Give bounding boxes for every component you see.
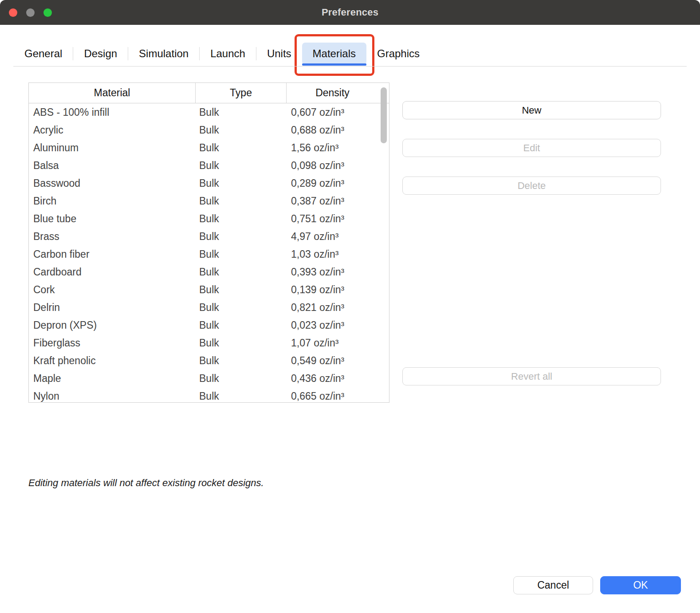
cell-type: Bulk [196, 316, 287, 334]
cell-type: Bulk [196, 210, 287, 228]
cell-material: Basswood [29, 174, 196, 192]
table-row[interactable]: Depron (XPS)Bulk0,023 oz/in³ [29, 316, 389, 334]
cell-density: 0,688 oz/in³ [287, 121, 378, 139]
cell-material: ABS - 100% infill [29, 103, 196, 121]
tab-label: Launch [210, 47, 245, 60]
cell-type: Bulk [196, 103, 287, 121]
cell-type: Bulk [196, 139, 287, 157]
table-row[interactable]: BalsaBulk0,098 oz/in³ [29, 157, 389, 174]
cell-type: Bulk [196, 334, 287, 352]
table-row[interactable]: DelrinBulk0,821 oz/in³ [29, 299, 389, 316]
cell-material: Nylon [29, 387, 196, 403]
cell-type: Bulk [196, 369, 287, 387]
cell-material: Kraft phenolic [29, 352, 196, 369]
table-header-row: Material Type Density [29, 83, 389, 103]
table-row[interactable]: AcrylicBulk0,688 oz/in³ [29, 121, 389, 139]
table-row[interactable]: CorkBulk0,139 oz/in³ [29, 281, 389, 299]
tab-units[interactable]: Units [256, 43, 302, 65]
cell-type: Bulk [196, 299, 287, 316]
cell-material: Cardboard [29, 263, 196, 281]
cell-material: Acrylic [29, 121, 196, 139]
table-row[interactable]: AluminumBulk1,56 oz/in³ [29, 139, 389, 157]
tab-materials[interactable]: Materials [302, 43, 366, 65]
cell-type: Bulk [196, 281, 287, 299]
table-row[interactable]: ABS - 100% infillBulk0,607 oz/in³ [29, 103, 389, 121]
traffic-lights [9, 0, 52, 25]
tab-bar: General Design Simulation Launch Units M… [14, 43, 430, 65]
cell-material: Depron (XPS) [29, 316, 196, 334]
tab-design[interactable]: Design [73, 43, 128, 65]
table-row[interactable]: BasswoodBulk0,289 oz/in³ [29, 174, 389, 192]
table-row[interactable]: Carbon fiberBulk1,03 oz/in³ [29, 245, 389, 263]
column-header-type[interactable]: Type [196, 83, 287, 103]
materials-table-body: ABS - 100% infillBulk0,607 oz/in³Acrylic… [29, 103, 389, 403]
table-row[interactable]: Blue tubeBulk0,751 oz/in³ [29, 210, 389, 228]
edit-button[interactable]: Edit [402, 139, 661, 157]
cell-type: Bulk [196, 228, 287, 245]
cell-type: Bulk [196, 387, 287, 403]
table-row[interactable]: CardboardBulk0,393 oz/in³ [29, 263, 389, 281]
cell-density: 4,97 oz/in³ [287, 228, 378, 245]
cell-density: 0,098 oz/in³ [287, 157, 378, 174]
materials-note: Editing materials will not affect existi… [28, 477, 264, 489]
close-window-button[interactable] [9, 8, 17, 17]
cell-density: 0,393 oz/in³ [287, 263, 378, 281]
cell-material: Blue tube [29, 210, 196, 228]
cell-type: Bulk [196, 192, 287, 210]
cell-material: Aluminum [29, 139, 196, 157]
cell-material: Cork [29, 281, 196, 299]
cell-type: Bulk [196, 245, 287, 263]
tab-label: Materials [313, 47, 356, 60]
cell-type: Bulk [196, 157, 287, 174]
new-button[interactable]: New [402, 101, 661, 119]
cell-material: Fiberglass [29, 334, 196, 352]
cell-density: 0,289 oz/in³ [287, 174, 378, 192]
table-row[interactable]: BirchBulk0,387 oz/in³ [29, 192, 389, 210]
materials-table: Material Type Density ABS - 100% infillB… [28, 83, 389, 403]
cell-density: 0,387 oz/in³ [287, 192, 378, 210]
cell-material: Birch [29, 192, 196, 210]
tab-label: Design [84, 47, 117, 60]
cell-density: 0,751 oz/in³ [287, 210, 378, 228]
table-row[interactable]: NylonBulk0,665 oz/in³ [29, 387, 389, 403]
table-row[interactable]: Kraft phenolicBulk0,549 oz/in³ [29, 352, 389, 369]
zoom-window-button[interactable] [43, 8, 52, 17]
selected-tab-underline [302, 63, 366, 66]
cell-material: Carbon fiber [29, 245, 196, 263]
tab-general[interactable]: General [14, 43, 73, 65]
cell-density: 0,665 oz/in³ [287, 387, 378, 403]
cell-type: Bulk [196, 121, 287, 139]
cell-density: 0,139 oz/in³ [287, 281, 378, 299]
cell-type: Bulk [196, 352, 287, 369]
cell-density: 0,023 oz/in³ [287, 316, 378, 334]
revert-all-button[interactable]: Revert all [402, 367, 661, 385]
preferences-window: Preferences General Design Simulation La… [0, 0, 700, 613]
tab-label: General [24, 47, 62, 60]
tab-label: Simulation [139, 47, 189, 60]
window-title: Preferences [322, 7, 378, 18]
table-row[interactable]: BrassBulk4,97 oz/in³ [29, 228, 389, 245]
cell-density: 0,821 oz/in³ [287, 299, 378, 316]
table-row[interactable]: MapleBulk0,436 oz/in³ [29, 369, 389, 387]
vertical-scrollbar-thumb[interactable] [381, 87, 387, 143]
minimize-window-button[interactable] [26, 8, 35, 17]
delete-button[interactable]: Delete [402, 177, 661, 195]
tab-label: Units [267, 47, 291, 60]
tab-graphics[interactable]: Graphics [366, 43, 430, 65]
cell-density: 0,607 oz/in³ [287, 103, 378, 121]
ok-button[interactable]: OK [600, 576, 681, 594]
table-row[interactable]: FiberglassBulk1,07 oz/in³ [29, 334, 389, 352]
tab-simulation[interactable]: Simulation [128, 43, 199, 65]
cell-material: Brass [29, 228, 196, 245]
cell-density: 1,07 oz/in³ [287, 334, 378, 352]
cancel-button[interactable]: Cancel [513, 576, 593, 594]
column-header-material[interactable]: Material [29, 83, 196, 103]
cell-density: 0,436 oz/in³ [287, 369, 378, 387]
column-header-density[interactable]: Density [287, 83, 378, 103]
cell-material: Balsa [29, 157, 196, 174]
cell-density: 1,56 oz/in³ [287, 139, 378, 157]
tab-label: Graphics [377, 47, 420, 60]
cell-type: Bulk [196, 174, 287, 192]
cell-material: Maple [29, 369, 196, 387]
tab-launch[interactable]: Launch [200, 43, 256, 65]
